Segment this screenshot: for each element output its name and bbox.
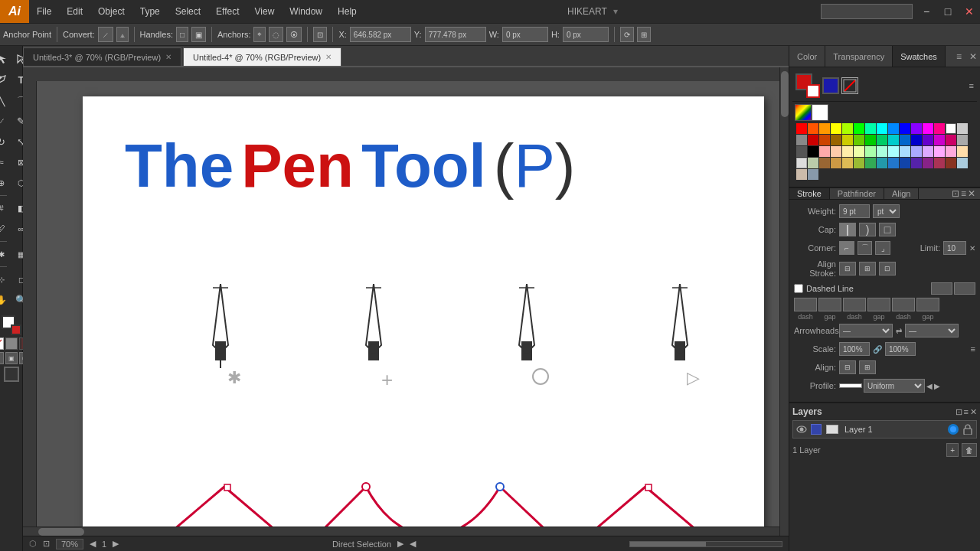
hand-tool-btn[interactable]: ✋ — [0, 290, 11, 310]
h-input[interactable] — [563, 27, 609, 42]
menu-view[interactable]: View — [247, 0, 283, 23]
swatch-cornflower[interactable] — [888, 158, 899, 168]
close-button[interactable]: ✕ — [959, 1, 980, 22]
swatch-light-lime[interactable] — [854, 146, 864, 157]
spectrum-swatch[interactable] — [795, 104, 812, 121]
toolbar-extra-1[interactable]: ⊡ — [313, 27, 327, 42]
swatch-maroon[interactable] — [946, 158, 956, 168]
swatch-plum[interactable] — [923, 158, 933, 168]
restore-button[interactable]: □ — [937, 1, 959, 22]
page-prev-btn[interactable]: ◀ — [90, 539, 96, 549]
dash-3-input[interactable] — [892, 298, 915, 311]
gap-3-input[interactable] — [916, 298, 939, 311]
selection-tool-btn[interactable] — [0, 49, 11, 69]
layers-close-btn[interactable]: ✕ — [970, 407, 977, 417]
swatch-dark-blue[interactable] — [911, 135, 922, 145]
weight-unit-select[interactable]: pt px — [873, 204, 900, 218]
swatch-violet[interactable] — [911, 123, 922, 134]
paint-brush-btn[interactable]: ⟋ — [0, 111, 11, 131]
gap-1-input[interactable] — [818, 298, 841, 311]
w-input[interactable] — [502, 27, 548, 42]
swatch-golden[interactable] — [842, 158, 853, 168]
swatch-medium-blue[interactable] — [900, 135, 910, 145]
dash-2-input[interactable] — [843, 298, 866, 311]
swatch-lime[interactable] — [854, 135, 864, 145]
swatch-yellow[interactable] — [831, 123, 841, 134]
align-inside-btn[interactable]: ⊞ — [859, 262, 876, 276]
scale-2-input[interactable] — [885, 342, 916, 356]
swatch-dark-green[interactable] — [865, 135, 876, 145]
align-distribute-btn[interactable]: ⊞ — [637, 27, 651, 42]
draw-behind-btn[interactable]: ▣ — [5, 352, 18, 364]
layer-visibility-btn[interactable] — [795, 423, 808, 435]
search-input[interactable] — [821, 4, 913, 19]
swatch-forest-green[interactable] — [865, 158, 876, 168]
delete-layer-btn[interactable]: 🗑 — [962, 443, 977, 457]
stroke-tab-btn[interactable]: Stroke — [789, 188, 830, 199]
swatch-lavender[interactable] — [911, 146, 922, 157]
tab-2-close[interactable]: ✕ — [325, 53, 332, 61]
swatch-teal[interactable] — [877, 135, 887, 145]
corner-bevel-btn[interactable]: ⌟ — [875, 241, 890, 255]
menu-effect[interactable]: Effect — [208, 0, 247, 23]
dash-1-input[interactable] — [794, 298, 817, 311]
eyedropper-btn[interactable]: 🖊 — [0, 219, 11, 239]
menu-help[interactable]: Help — [330, 0, 364, 23]
anchors-btn-1[interactable]: ⌖ — [253, 27, 266, 42]
align2-btn-1[interactable]: ⊟ — [839, 360, 856, 374]
swatch-gold[interactable] — [831, 158, 841, 168]
layers-menu-btn[interactable]: ≡ — [964, 407, 969, 417]
h-scrollbar[interactable] — [23, 527, 779, 536]
warp-tool-btn[interactable]: ≈ — [0, 152, 11, 172]
swatch-lilac[interactable] — [923, 146, 933, 157]
swatch-dark-magenta[interactable] — [934, 135, 945, 145]
symbol-tool-btn[interactable]: ✱ — [0, 244, 11, 264]
gap-2-input[interactable] — [867, 298, 890, 311]
align-center-btn[interactable]: ⊟ — [839, 262, 856, 276]
swatch-dark-cyan[interactable] — [888, 135, 899, 145]
profile-select[interactable]: Uniform — [864, 379, 925, 393]
swatch-steel-blue[interactable] — [957, 158, 968, 168]
panel-close-btn[interactable]: ✕ — [966, 51, 980, 62]
convert-btn-2[interactable]: ⟁ — [116, 27, 129, 42]
swatch-gray[interactable] — [796, 135, 807, 145]
swatch-olive[interactable] — [854, 158, 864, 168]
swatch-mint[interactable] — [877, 146, 887, 157]
swatch-white[interactable] — [946, 123, 956, 134]
mesh-tool-btn[interactable]: # — [0, 198, 11, 218]
swatch-peach[interactable] — [831, 146, 841, 157]
align-outside-btn[interactable]: ⊡ — [879, 262, 896, 276]
h-scrollbar-thumb[interactable] — [38, 528, 84, 536]
swatch-purple[interactable] — [923, 135, 933, 145]
swatch-dark-yellow[interactable] — [842, 135, 853, 145]
dash-pattern-1-btn[interactable] — [931, 282, 952, 295]
dashed-line-checkbox[interactable] — [794, 284, 803, 293]
menu-type[interactable]: Type — [132, 0, 168, 23]
pathfinder-tab-btn[interactable]: Pathfinder — [830, 188, 884, 199]
stroke-swatch[interactable] — [806, 84, 820, 98]
v-scrollbar-thumb[interactable] — [781, 71, 789, 117]
swatch-very-light-gray[interactable] — [796, 158, 807, 168]
panel-menu-btn[interactable]: ≡ — [952, 51, 966, 62]
slice-tool-btn[interactable]: ⊹ — [0, 269, 11, 289]
swatch-brown-orange[interactable] — [831, 135, 841, 145]
swatch-light-yellow[interactable] — [842, 146, 853, 157]
anchors-btn-2[interactable]: ◌ — [269, 27, 283, 42]
minimize-button[interactable]: − — [916, 1, 937, 22]
swatch-sage[interactable] — [808, 158, 818, 168]
x-input[interactable] — [350, 27, 411, 42]
menu-object[interactable]: Object — [90, 0, 132, 23]
corner-miter-btn[interactable]: ⌐ — [839, 241, 854, 255]
convert-btn-1[interactable]: ⟋ — [98, 27, 113, 42]
menu-file[interactable]: File — [29, 0, 59, 23]
layer-lock-btn[interactable] — [963, 424, 974, 435]
draw-normal-btn[interactable]: □ — [0, 352, 4, 364]
white-swatch[interactable] — [812, 104, 828, 121]
cap-square-btn[interactable]: □ — [879, 223, 896, 236]
swatch-med-gray[interactable] — [957, 135, 968, 145]
tab-2[interactable]: Untitled-4* @ 70% (RGB/Preview) ✕ — [183, 47, 341, 66]
swatch-pink[interactable] — [934, 123, 945, 134]
color-tab[interactable]: Color — [789, 46, 825, 67]
add-layer-btn[interactable]: + — [946, 443, 959, 457]
swatch-hot-pink[interactable] — [946, 135, 956, 145]
